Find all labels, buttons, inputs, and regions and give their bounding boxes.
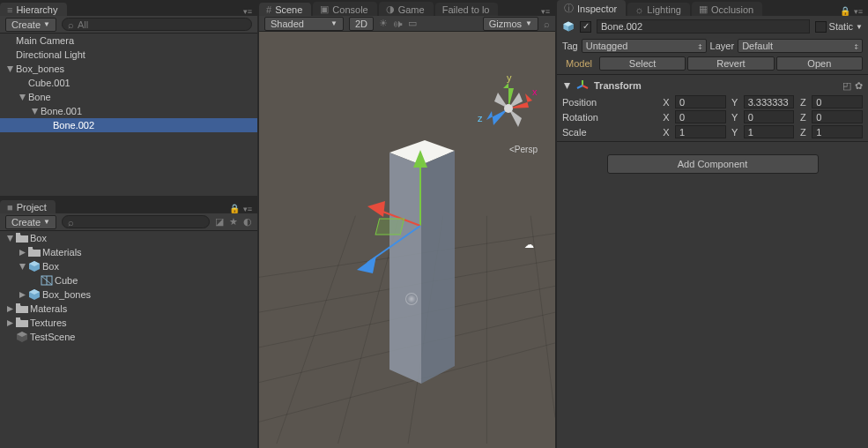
tag-dropdown[interactable]: Untagged ‡ <box>582 39 707 53</box>
tab-lighting[interactable]: ☼ Lighting <box>627 3 690 16</box>
search-input[interactable] <box>78 217 204 228</box>
position-x-field[interactable]: 0 <box>675 95 726 108</box>
2d-toggle[interactable]: 2D <box>349 17 374 31</box>
scale-x-field[interactable]: 1 <box>675 125 726 138</box>
popout-icon[interactable]: ▾≡ <box>243 7 252 16</box>
static-checkbox[interactable] <box>815 21 827 33</box>
foldout-icon[interactable] <box>5 50 14 59</box>
tab-occlusion[interactable]: ▦ Occlusion <box>692 2 762 16</box>
project-item[interactable]: Materals <box>0 302 257 316</box>
lock-icon[interactable]: 🔒 <box>840 6 850 16</box>
create-button[interactable]: Create ▼ <box>5 215 56 229</box>
light-gizmo-icon[interactable]: ☁ <box>524 239 534 250</box>
foldout-icon[interactable] <box>5 64 14 73</box>
gameobject-name-field[interactable]: Bone.002 <box>597 19 810 34</box>
gizmos-dropdown[interactable]: Gizmos ▼ <box>483 17 538 31</box>
model-revert-button[interactable]: Revert <box>687 56 774 71</box>
scene-viewport[interactable]: y x z <Persp ☁ <box>259 32 555 448</box>
static-dropdown-icon[interactable]: ▼ <box>856 23 863 31</box>
project-item[interactable]: Cube <box>0 273 257 287</box>
move-gizmo[interactable] <box>352 111 457 287</box>
settings-icon[interactable]: ✿ <box>855 80 863 92</box>
projection-label[interactable]: <Persp <box>509 145 538 154</box>
search-input[interactable] <box>78 19 246 30</box>
project-item[interactable]: Box <box>0 231 257 245</box>
favorite-icon[interactable]: ★ <box>229 216 238 228</box>
hierarchy-item[interactable]: Directional Light <box>0 48 257 62</box>
foldout-icon[interactable] <box>42 121 51 130</box>
transform-component-header[interactable]: Transform ◰ ✿ <box>557 77 868 94</box>
hierarchy-item[interactable]: Cube.001 <box>0 76 257 90</box>
foldout-icon[interactable] <box>5 318 14 327</box>
popout-icon[interactable]: ▾≡ <box>854 7 863 16</box>
foldout-icon[interactable] <box>5 234 14 243</box>
help-icon[interactable]: ◰ <box>842 80 851 92</box>
axis-y-label: Y <box>730 112 740 123</box>
save-search-icon[interactable]: ◐ <box>243 216 252 228</box>
project-item[interactable]: TestScene <box>0 330 257 344</box>
project-search[interactable]: ⌕ <box>62 215 210 228</box>
project-item[interactable]: Box_bones <box>0 287 257 302</box>
search-icon[interactable]: ⌕ <box>544 19 550 29</box>
shading-dropdown[interactable]: Shaded ▼ <box>264 17 344 31</box>
orientation-gizmo[interactable]: y x z <box>474 74 543 143</box>
prefab-icon <box>28 288 41 301</box>
popout-icon[interactable]: ▾≡ <box>243 205 252 213</box>
foldout-icon[interactable] <box>18 248 26 257</box>
project-tab-bar: ■ Project 🔒 ▾≡ <box>0 198 257 213</box>
scale-y-field[interactable]: 1 <box>744 125 795 138</box>
audio-toggle-icon[interactable]: 🕪 <box>393 19 403 29</box>
foldout-icon[interactable] <box>5 332 14 341</box>
model-open-button[interactable]: Open <box>776 56 863 71</box>
scale-z-field[interactable]: 1 <box>812 125 863 138</box>
tab-hierarchy[interactable]: ≡ Hierarchy <box>0 3 67 16</box>
hierarchy-item[interactable]: Bone.001 <box>0 104 257 118</box>
project-item[interactable]: Box <box>0 259 257 273</box>
rotation-z-field[interactable]: 0 <box>812 110 863 123</box>
filter-icon[interactable]: ◪ <box>215 216 224 228</box>
game-icon: ◑ <box>386 4 395 15</box>
tab-label: Inspector <box>577 4 617 14</box>
foldout-icon[interactable] <box>18 78 26 87</box>
hierarchy-item[interactable]: Bone.002 <box>0 118 257 132</box>
position-z-field[interactable]: 0 <box>812 95 863 108</box>
layer-dropdown[interactable]: Default ‡ <box>738 39 863 53</box>
enabled-checkbox[interactable] <box>580 21 591 33</box>
light-toggle-icon[interactable]: ☀ <box>379 18 388 29</box>
hierarchy-item[interactable]: Bone <box>0 90 257 104</box>
foldout-icon[interactable] <box>18 93 26 101</box>
axis-y-label: Y <box>730 127 740 138</box>
hierarchy-search[interactable]: ⌕ <box>62 18 252 31</box>
foldout-icon[interactable] <box>30 276 39 285</box>
foldout-icon[interactable] <box>5 36 14 45</box>
svg-marker-36 <box>413 150 427 168</box>
foldout-icon[interactable] <box>562 81 571 90</box>
rotation-x-field[interactable]: 0 <box>675 110 726 123</box>
project-item[interactable]: Materials <box>0 245 257 259</box>
position-y-field[interactable]: 3.333333 <box>744 95 795 108</box>
hierarchy-tree[interactable]: Main CameraDirectional LightBox_bonesCub… <box>0 34 257 196</box>
tab-console[interactable]: ▣ Console <box>313 2 376 16</box>
hierarchy-item[interactable]: Box_bones <box>0 62 257 76</box>
model-select-button[interactable]: Select <box>599 56 686 71</box>
popout-icon[interactable]: ▾≡ <box>541 7 550 16</box>
tab-failed[interactable]: Failed to lo <box>435 3 499 16</box>
create-button[interactable]: Create ▼ <box>5 18 56 32</box>
tab-game[interactable]: ◑ Game <box>379 2 434 16</box>
project-tree[interactable]: BoxMaterialsBoxCubeBox_bonesMateralsText… <box>0 231 257 448</box>
fx-toggle-icon[interactable]: ▭ <box>408 18 417 29</box>
folder-icon <box>16 317 28 329</box>
lock-icon[interactable]: 🔒 <box>229 204 240 213</box>
foldout-icon[interactable] <box>30 107 39 116</box>
hierarchy-item[interactable]: Main Camera <box>0 34 257 48</box>
foldout-icon[interactable] <box>18 262 26 271</box>
tab-inspector[interactable]: ⓘ Inspector <box>557 0 626 16</box>
tab-project[interactable]: ■ Project <box>0 200 56 213</box>
tab-label: Lighting <box>647 4 681 15</box>
rotation-y-field[interactable]: 0 <box>744 110 795 123</box>
project-item[interactable]: Textures <box>0 316 257 330</box>
foldout-icon[interactable] <box>5 304 14 313</box>
tab-scene[interactable]: # Scene <box>259 3 311 16</box>
add-component-button[interactable]: Add Component <box>607 154 819 174</box>
foldout-icon[interactable] <box>18 290 26 299</box>
